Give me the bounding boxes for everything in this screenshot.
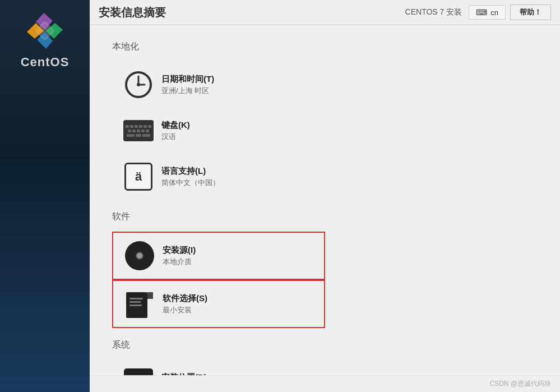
item-language[interactable]: ä 语言支持(L) 简体中文（中国） xyxy=(112,154,325,200)
centos-logo-icon xyxy=(25,11,64,50)
install-source-text: 安装源(I) 本地介质 xyxy=(163,245,196,267)
language-text: 语言支持(L) 简体中文（中国） xyxy=(161,166,220,188)
section-label-software: 软件 xyxy=(112,211,538,223)
main-content: 安装信息摘要 CENTOS 7 安装 ⌨ cn 帮助！ 本地化 xyxy=(90,0,560,392)
language-icon: ä xyxy=(123,162,154,192)
footer: CSDN @恩诚代码块 xyxy=(90,375,560,392)
centos-logo: CentOS xyxy=(21,11,70,70)
lang-code: cn xyxy=(490,8,498,17)
software-items: 安装源(I) 本地介质 xyxy=(112,232,538,328)
localization-items: 日期和时间(T) 亚洲/上海 时区 xyxy=(112,62,538,200)
header-right: CENTOS 7 安装 ⌨ cn 帮助！ xyxy=(405,4,551,20)
item-install-source[interactable]: 安装源(I) 本地介质 xyxy=(112,232,325,280)
section-localization: 本地化 日期和时间(T) 亚洲/上海 时区 xyxy=(112,41,538,200)
software-selection-subtitle: 最小安装 xyxy=(163,305,207,315)
clock-icon xyxy=(123,70,154,100)
language-subtitle: 简体中文（中国） xyxy=(161,178,220,188)
hdd-icon xyxy=(123,368,154,375)
svg-point-12 xyxy=(137,83,140,86)
datetime-subtitle: 亚洲/上海 时区 xyxy=(161,86,214,96)
item-keyboard[interactable]: 键盘(K) 汉语 xyxy=(112,108,325,154)
software-selection-title: 软件选择(S) xyxy=(163,293,207,304)
install-dest-title: 安装位置(D) xyxy=(161,372,207,376)
keyboard-title: 键盘(K) xyxy=(161,120,190,131)
disk-icon xyxy=(124,241,155,271)
section-software: 软件 安装源(I) 本地介质 xyxy=(112,211,538,328)
language-button[interactable]: ⌨ cn xyxy=(469,5,506,20)
item-software-selection[interactable]: 软件选择(S) 最小安装 xyxy=(112,280,325,328)
keyboard-icon-small: ⌨ xyxy=(476,8,487,17)
item-install-dest[interactable]: 安装位置(D) 没有选择磁盘 xyxy=(112,360,325,375)
install-source-subtitle: 本地介质 xyxy=(163,257,196,267)
centos-logo-text: CentOS xyxy=(21,55,70,70)
language-title: 语言支持(L) xyxy=(161,166,220,177)
section-label-localization: 本地化 xyxy=(112,41,538,53)
footer-watermark: CSDN @恩诚代码块 xyxy=(489,380,551,388)
content-area: 本地化 日期和时间(T) 亚洲/上海 时区 xyxy=(90,25,560,375)
sidebar: CentOS xyxy=(0,0,90,392)
section-label-system: 系统 xyxy=(112,339,538,351)
keyboard-text: 键盘(K) 汉语 xyxy=(161,120,190,142)
install-dest-text: 安装位置(D) 没有选择磁盘 xyxy=(161,372,207,376)
datetime-text: 日期和时间(T) 亚洲/上海 时区 xyxy=(161,74,214,96)
help-button[interactable]: 帮助！ xyxy=(510,4,551,20)
app-title: CENTOS 7 安装 xyxy=(405,7,462,17)
software-selection-text: 软件选择(S) 最小安装 xyxy=(163,293,207,315)
keyboard-subtitle: 汉语 xyxy=(161,132,190,142)
svg-rect-17 xyxy=(129,301,141,303)
svg-rect-15 xyxy=(147,292,153,299)
svg-rect-16 xyxy=(129,298,143,299)
item-datetime[interactable]: 日期和时间(T) 亚洲/上海 时区 xyxy=(112,62,325,108)
install-source-title: 安装源(I) xyxy=(163,245,196,256)
page-title: 安装信息摘要 xyxy=(99,5,166,20)
datetime-title: 日期和时间(T) xyxy=(161,74,214,85)
svg-rect-18 xyxy=(129,305,142,306)
header: 安装信息摘要 CENTOS 7 安装 ⌨ cn 帮助！ xyxy=(90,0,560,25)
section-system: 系统 安装位置(D) 没有选择磁盘 xyxy=(112,339,538,375)
software-icon xyxy=(124,289,155,319)
keyboard-icon xyxy=(123,116,154,146)
system-items: 安装位置(D) 没有选择磁盘 xyxy=(112,360,538,375)
